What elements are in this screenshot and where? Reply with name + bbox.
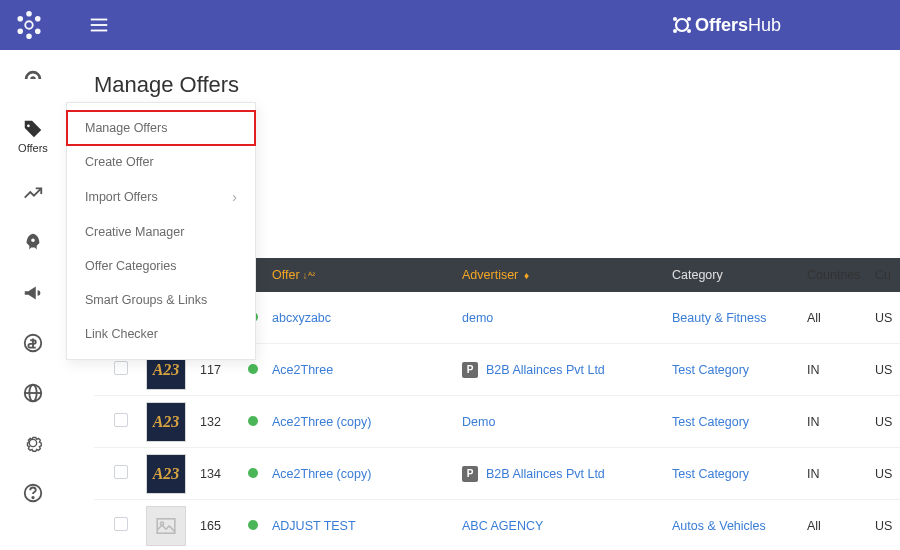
svg-point-10 [676,19,688,31]
submenu-item[interactable]: Smart Groups & Links [67,283,255,317]
category-link[interactable]: Test Category [672,415,749,429]
submenu-item[interactable]: Link Checker [67,317,255,351]
megaphone-icon [22,282,44,304]
svg-point-12 [673,17,677,21]
submenu-label: Manage Offers [85,121,167,135]
currency-cell: US [867,311,897,325]
svg-point-3 [36,29,40,33]
logo-light: Hub [748,15,781,35]
svg-point-1 [36,17,40,21]
status-dot [248,416,258,426]
countries-cell: IN [799,415,867,429]
offer-link[interactable]: Ace2Three (copy) [272,467,371,481]
status-dot [248,520,258,530]
offers-icon [22,118,44,140]
reports-icon [22,182,44,204]
offer-id: 132 [192,415,240,429]
offers-submenu: Manage OffersCreate OfferImport Offers›C… [66,102,256,360]
sidebar-item-dashboard[interactable] [0,64,66,94]
category-link[interactable]: Beauty & Fitness [672,311,767,325]
sidebar-item-globe[interactable] [0,378,66,408]
countries-cell: IN [799,363,867,377]
chevron-right-icon: › [232,189,237,205]
logo-bold: Offers [695,15,748,35]
category-link[interactable]: Test Category [672,363,749,377]
submenu-item[interactable]: Import Offers› [67,179,255,215]
advertiser-link[interactable]: Demo [462,415,495,429]
svg-point-13 [687,29,691,33]
submenu-label: Create Offer [85,155,154,169]
sidebar-item-label: Offers [18,142,48,154]
rocket-icon [22,232,44,254]
sidebar-item-money[interactable] [0,328,66,358]
submenu-label: Link Checker [85,327,158,341]
table-row: A23134Ace2Three (copy)PB2B Allainces Pvt… [94,448,900,500]
app-icon [14,10,44,40]
svg-point-2 [18,17,22,21]
svg-point-14 [673,29,677,33]
countries-cell: All [799,311,867,325]
advertiser-link[interactable]: demo [462,311,493,325]
sidebar-item-megaphone[interactable] [0,278,66,308]
dashboard-icon [22,68,44,90]
money-icon [22,332,44,354]
row-checkbox[interactable] [114,517,128,531]
currency-cell: US [867,415,897,429]
col-header-countries[interactable]: Countries [799,268,867,282]
globe-icon [22,382,44,404]
private-badge: P [462,362,478,378]
offer-thumbnail [146,506,186,546]
sort-icon: ♦ [521,270,529,281]
sidebar-item-settings[interactable] [0,428,66,458]
offer-link[interactable]: Ace2Three [272,363,333,377]
sidebar-item-offers[interactable]: Offers [0,114,66,158]
category-link[interactable]: Autos & Vehicles [672,519,766,533]
submenu-label: Import Offers [85,190,158,204]
status-dot [248,468,258,478]
status-dot [248,364,258,374]
advertiser-link[interactable]: ABC AGENCY [462,519,543,533]
category-link[interactable]: Test Category [672,467,749,481]
private-badge: P [462,466,478,482]
submenu-item[interactable]: Offer Categories [67,249,255,283]
offer-link[interactable]: ADJUST TEST [272,519,356,533]
advertiser-link[interactable]: B2B Allainces Pvt Ltd [486,466,605,480]
sidebar-item-help[interactable] [0,478,66,508]
countries-cell: All [799,519,867,533]
submenu-label: Smart Groups & Links [85,293,207,307]
svg-rect-23 [157,518,175,532]
sidebar-item-reports[interactable] [0,178,66,208]
submenu-item[interactable]: Creative Manager [67,215,255,249]
top-bar: OffersHub [0,0,900,50]
advertiser-link[interactable]: B2B Allainces Pvt Ltd [486,362,605,376]
table-row: A23132Ace2Three (copy)DemoTest CategoryI… [94,396,900,448]
svg-point-5 [27,12,31,16]
sidebar: Offers [0,50,66,550]
gear-icon [22,432,44,454]
page-title: Manage Offers [94,72,900,98]
offer-id: 165 [192,519,240,533]
main-content: Manage Offers Manage OffersCreate OfferI… [66,50,900,550]
row-checkbox[interactable] [114,361,128,375]
logo: OffersHub [670,13,781,37]
submenu-label: Offer Categories [85,259,176,273]
table-row: 165ADJUST TESTABC AGENCYAutos & Vehicles… [94,500,900,550]
offer-id: 134 [192,467,240,481]
sidebar-item-rocket[interactable] [0,228,66,258]
offer-id: 117 [192,363,240,377]
row-checkbox[interactable] [114,465,128,479]
row-checkbox[interactable] [114,413,128,427]
svg-point-4 [18,29,22,33]
offer-link[interactable]: abcxyzabc [272,311,331,325]
submenu-item[interactable]: Manage Offers [67,111,255,145]
col-header-advertiser[interactable]: Advertiser ♦ [454,268,664,282]
col-header-offer[interactable]: Offer↓ᴬᶻ [264,268,454,282]
col-header-category[interactable]: Category [664,268,799,282]
currency-cell: US [867,467,897,481]
offer-link[interactable]: Ace2Three (copy) [272,415,371,429]
submenu-item[interactable]: Create Offer [67,145,255,179]
hamburger-menu-icon[interactable] [88,14,110,36]
col-header-currency[interactable]: Cu [867,268,897,282]
countries-cell: IN [799,467,867,481]
sort-icon: ↓ᴬᶻ [303,270,316,281]
